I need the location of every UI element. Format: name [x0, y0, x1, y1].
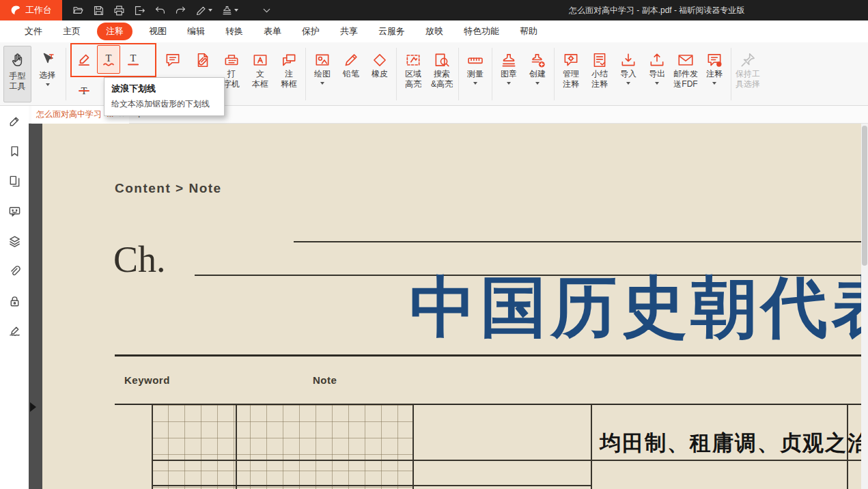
create-icon	[529, 51, 546, 69]
dropdown-caret-icon	[234, 9, 238, 12]
workspace-button[interactable]: 工作台	[0, 0, 62, 20]
print-button[interactable]	[113, 5, 125, 16]
select-cursor-icon	[40, 51, 56, 68]
ribbon-button-stamp[interactable]: 图章	[494, 44, 523, 104]
menu-item-8[interactable]: 保护	[302, 25, 320, 38]
signature-panel-button[interactable]	[0, 316, 29, 346]
manage-comments-label: 注释	[563, 79, 579, 89]
menu-item-2[interactable]: 主页	[63, 25, 81, 38]
menu-item-12[interactable]: 特色功能	[464, 25, 499, 38]
hand-tool-button[interactable]: 手型 工具	[3, 46, 31, 102]
share-button[interactable]	[134, 5, 145, 16]
redo-icon	[175, 5, 186, 16]
textbox-label: 本框	[252, 79, 268, 89]
menu-item-11[interactable]: 放映	[425, 25, 443, 38]
lock-icon	[8, 295, 21, 308]
attachment-button[interactable]	[188, 44, 218, 69]
comment-label: 注释	[706, 69, 723, 79]
document-viewport[interactable]: Content > Note Ch. 中国历史朝代表 Keyword Note …	[29, 124, 861, 489]
keep-tool-selected-label: 具选择	[736, 79, 760, 89]
wavy-underline-tool-button[interactable]: T	[97, 45, 120, 74]
sidebar-expand-arrow[interactable]	[30, 402, 36, 412]
save-icon	[93, 5, 104, 16]
hand-icon	[10, 52, 26, 68]
keep-tool-selected-icon	[739, 51, 757, 69]
underline-tool-button[interactable]: T	[122, 45, 145, 74]
ribbon-button-email-fdf[interactable]: 邮件发送FDF	[671, 44, 700, 104]
dropdown-caret-icon	[655, 82, 659, 85]
annotation-pen-button[interactable]	[0, 106, 29, 136]
menu-item-6[interactable]: 转换	[225, 25, 243, 38]
export-icon	[648, 51, 666, 69]
open-file-button[interactable]	[72, 5, 84, 16]
ribbon-button-create[interactable]: 创建	[523, 44, 552, 104]
sticky-note-button[interactable]	[158, 44, 188, 69]
page-breadcrumb-text: Content > Note	[115, 181, 222, 196]
textbox-icon	[251, 51, 269, 69]
drawing-icon	[313, 51, 331, 69]
scrollbar-thumb[interactable]	[862, 126, 867, 266]
ribbon-button-textbox[interactable]: 文本框	[246, 44, 275, 104]
menu-item-3[interactable]: 注释	[97, 23, 132, 40]
chevron-down-icon	[261, 5, 272, 16]
ribbon-button-eraser[interactable]: 橡皮	[365, 44, 394, 104]
ribbon-button-pencil[interactable]: 铅笔	[337, 44, 365, 104]
menu-item-13[interactable]: 帮助	[520, 25, 537, 38]
window-title: 怎么面对高中学习 - 副本.pdf - 福昕阅读器专业版	[569, 0, 744, 20]
keep-tool-selected-label: 保持工	[736, 69, 760, 79]
ribbon-button-callout[interactable]: 注释框	[275, 44, 303, 104]
dropdown-caret-icon	[535, 82, 540, 85]
folder-open-icon	[72, 5, 84, 16]
annotation-pen-icon	[8, 115, 21, 128]
area-highlight-icon	[404, 51, 422, 69]
strikethrough-tool-button[interactable]: T	[72, 76, 96, 105]
undo-button[interactable]	[154, 5, 166, 16]
table-vertical-line	[236, 404, 237, 489]
ruled-line	[115, 354, 861, 357]
ribbon-button-summarize-comments[interactable]: 小结注释	[585, 44, 614, 104]
ribbon-button-comment[interactable]: 注释	[700, 44, 729, 104]
comments-panel-button[interactable]	[0, 196, 29, 226]
save-button[interactable]	[93, 5, 104, 16]
quick-pen-button[interactable]	[195, 5, 212, 16]
typewriter-label: 字机	[223, 79, 240, 89]
pencil-label: 铅笔	[343, 69, 359, 79]
ribbon-button-drawing[interactable]: 绘图	[308, 44, 337, 104]
attachments-panel-button[interactable]	[0, 256, 29, 286]
redo-button[interactable]	[175, 5, 186, 16]
pages-panel-button[interactable]	[0, 166, 29, 196]
dropdown-caret-icon	[208, 9, 212, 12]
highlight-tool-button[interactable]	[72, 45, 96, 74]
ribbon-button-import[interactable]: 导入	[614, 44, 643, 104]
menu-item-5[interactable]: 编辑	[187, 25, 205, 38]
menu-item-4[interactable]: 视图	[149, 25, 167, 38]
bookmark-icon	[8, 145, 21, 158]
table-horizontal-line	[152, 485, 591, 486]
ribbon-button-manage-comments[interactable]: 管理注释	[557, 44, 585, 104]
tooltip-title: 波浪下划线	[111, 83, 217, 95]
email-fdf-label: 送FDF	[673, 79, 697, 89]
ribbon-button-export[interactable]: 导出	[643, 44, 671, 104]
menu-item-1[interactable]: 文件	[25, 25, 42, 38]
comment-icon	[705, 51, 723, 69]
quick-stamp-button[interactable]	[221, 5, 238, 16]
vertical-scrollbar[interactable]	[861, 124, 868, 489]
manage-comments-icon	[562, 51, 580, 69]
workspace-label: 工作台	[25, 4, 52, 16]
ribbon-separator	[731, 48, 731, 100]
bookmarks-panel-button[interactable]	[0, 136, 29, 166]
ribbon-button-area-highlight[interactable]: 区域高亮	[399, 44, 428, 104]
pdf-page: Content > Note Ch. 中国历史朝代表 Keyword Note …	[42, 124, 861, 489]
menu-item-10[interactable]: 云服务	[378, 25, 405, 38]
menu-item-9[interactable]: 共享	[340, 25, 358, 38]
menu-item-7[interactable]: 表单	[264, 25, 281, 38]
dropdown-caret-icon	[712, 82, 716, 85]
area-highlight-label: 高亮	[405, 79, 421, 89]
toolbar-options-button[interactable]	[261, 5, 272, 16]
select-annotation-button[interactable]: 选择	[33, 46, 61, 102]
ribbon-button-measure[interactable]: 测量	[461, 44, 490, 104]
callout-icon	[280, 51, 298, 69]
ribbon-button-search-highlight[interactable]: 搜索&高亮	[428, 44, 456, 104]
layers-panel-button[interactable]	[0, 226, 29, 256]
security-panel-button[interactable]	[0, 286, 29, 316]
